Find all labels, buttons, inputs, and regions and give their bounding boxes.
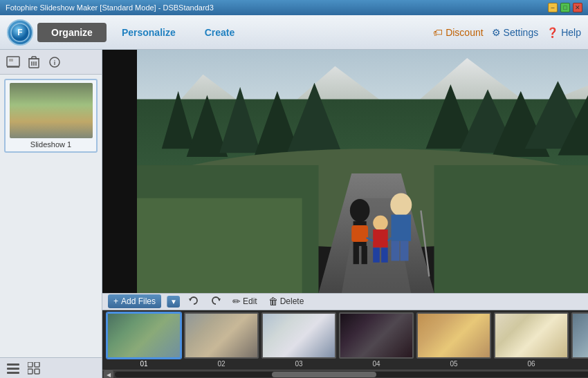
svg-rect-2 <box>7 57 19 66</box>
add-files-dropdown[interactable]: ▼ <box>167 296 180 308</box>
filmstrip-item[interactable]: 07 <box>571 312 588 368</box>
filmstrip-thumbnail <box>571 312 588 359</box>
add-files-button[interactable]: + Add Files <box>108 294 161 308</box>
filmstrip-number: 06 <box>527 360 535 368</box>
filmstrip-number: 05 <box>450 360 457 368</box>
preview-image-area <box>137 50 588 293</box>
rotate-right-button[interactable] <box>208 294 224 310</box>
filmstrip-item[interactable]: 01 <box>107 312 181 368</box>
help-icon: ❓ <box>546 27 558 38</box>
minimize-button[interactable]: – <box>548 3 558 12</box>
discount-icon: 🏷 <box>433 27 443 38</box>
scroll-track[interactable] <box>115 372 588 377</box>
svg-marker-58 <box>218 299 221 301</box>
main-area: i Slideshow 1 <box>0 50 588 378</box>
rotate-right-icon <box>210 295 221 308</box>
app-logo: F <box>7 19 33 46</box>
sidebar-content: Slideshow 1 <box>0 75 102 357</box>
sidebar: i Slideshow 1 <box>0 50 102 378</box>
filmstrip-scroll: 01020304050607 <box>102 310 588 370</box>
info-button[interactable]: i <box>47 55 62 70</box>
scroll-left-button[interactable]: ◀ <box>104 370 113 378</box>
svg-rect-21 <box>35 369 39 374</box>
titlebar: Fotophire Slideshow Maker [Standard Mode… <box>0 0 588 15</box>
filmstrip-thumbnail <box>184 312 259 359</box>
scroll-thumb <box>272 372 376 377</box>
maximize-button[interactable]: □ <box>560 3 570 12</box>
edit-label: Edit <box>243 296 257 306</box>
filmstrip-thumbnail <box>261 312 336 359</box>
filmstrip-thumbnail <box>107 312 181 359</box>
filmstrip-item[interactable]: 04 <box>339 312 414 368</box>
svg-rect-52 <box>373 229 387 247</box>
tab-personalize[interactable]: Personalize <box>108 23 190 42</box>
filmstrip-item[interactable]: 02 <box>184 312 259 368</box>
titlebar-controls: – □ ✕ <box>548 3 582 12</box>
svg-text:i: i <box>54 59 56 66</box>
sidebar-toolbar: i <box>0 50 102 75</box>
svg-rect-17 <box>7 372 19 374</box>
rotate-left-icon <box>188 295 199 308</box>
discount-button[interactable]: 🏷 Discount <box>433 27 483 38</box>
filmstrip-item[interactable]: 03 <box>261 312 336 368</box>
svg-rect-40 <box>434 165 588 293</box>
svg-rect-43 <box>351 225 368 242</box>
filmstrip-area: 01020304050607 ◀ ▶ <box>102 310 588 378</box>
filmstrip-number: 03 <box>295 360 302 368</box>
filmstrip-toolbar: + Add Files ▼ ✏ Edit 🗑 Delete <box>102 293 588 310</box>
preview-left-bar <box>102 50 137 293</box>
svg-rect-39 <box>137 198 302 293</box>
svg-rect-19 <box>35 362 39 367</box>
svg-point-51 <box>373 216 387 230</box>
settings-button[interactable]: ⚙ Settings <box>492 27 539 38</box>
filmstrip-thumbnail <box>416 312 491 359</box>
edit-button[interactable]: ✏ Edit <box>230 294 260 308</box>
close-button[interactable]: ✕ <box>573 3 582 12</box>
svg-point-41 <box>350 199 370 222</box>
svg-rect-48 <box>391 241 399 261</box>
help-button[interactable]: ❓ Help <box>546 27 581 38</box>
svg-rect-53 <box>373 247 380 262</box>
svg-rect-16 <box>7 368 19 370</box>
nav-tabs: Organize Personalize Create <box>37 23 433 42</box>
svg-point-46 <box>390 193 412 216</box>
add-files-icon: + <box>113 296 118 306</box>
edit-icon: ✏ <box>232 296 241 307</box>
sidebar-bottom <box>0 357 102 378</box>
svg-rect-15 <box>7 363 19 366</box>
filmstrip-item[interactable]: 05 <box>416 312 491 368</box>
filmstrip-item[interactable]: 06 <box>494 312 569 368</box>
delete-icon: 🗑 <box>268 296 278 307</box>
filmstrip-number: 01 <box>140 360 147 368</box>
svg-rect-3 <box>9 59 13 62</box>
add-files-label: Add Files <box>121 296 156 306</box>
add-slideshow-button[interactable] <box>6 55 21 70</box>
filmstrip-number: 02 <box>217 360 225 368</box>
svg-rect-44 <box>353 246 359 264</box>
rotate-left-button[interactable] <box>185 294 202 310</box>
header-actions: 🏷 Discount ⚙ Settings ❓ Help <box>433 27 581 38</box>
grid-view-button[interactable] <box>26 361 42 376</box>
slideshow-item[interactable]: Slideshow 1 <box>4 79 98 153</box>
svg-rect-20 <box>28 369 33 374</box>
delete-slideshow-button[interactable] <box>26 55 42 70</box>
settings-label: Settings <box>504 27 539 38</box>
filmstrip-thumbnail <box>339 312 414 359</box>
svg-rect-49 <box>401 241 409 261</box>
titlebar-title: Fotophire Slideshow Maker [Standard Mode… <box>6 3 214 12</box>
svg-rect-54 <box>381 247 388 262</box>
list-view-button[interactable] <box>6 361 21 376</box>
tab-organize[interactable]: Organize <box>37 23 107 42</box>
svg-rect-45 <box>362 246 367 264</box>
filmstrip-thumbnail <box>494 312 569 359</box>
svg-rect-18 <box>28 362 33 367</box>
help-label: Help <box>561 27 581 38</box>
svg-rect-47 <box>391 215 411 241</box>
discount-label: Discount <box>445 27 483 38</box>
preview-area <box>102 50 588 293</box>
delete-button[interactable]: 🗑 Delete <box>266 294 307 308</box>
slideshow-label: Slideshow 1 <box>30 140 71 149</box>
svg-text:F: F <box>17 28 22 37</box>
slideshow-thumbnail <box>10 83 93 138</box>
tab-create[interactable]: Create <box>191 23 249 42</box>
